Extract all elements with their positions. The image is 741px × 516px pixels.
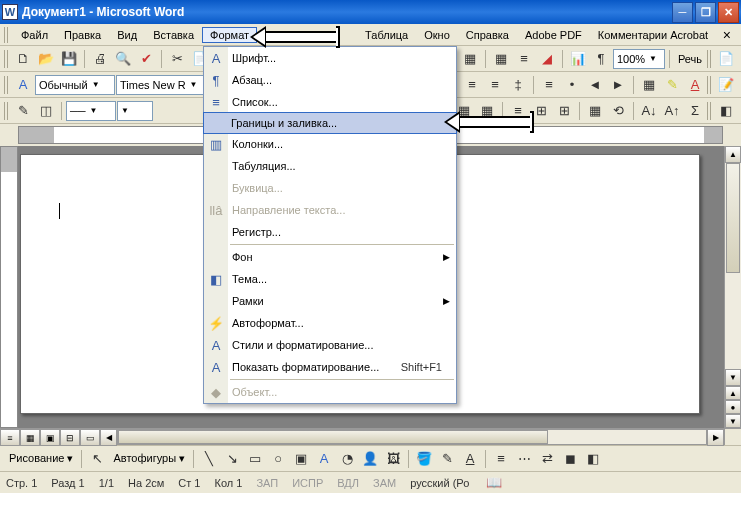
font-combo[interactable]: Times New R▼ <box>116 75 206 95</box>
status-ovr[interactable]: ЗАМ <box>373 477 396 489</box>
line-style-icon[interactable]: ≡ <box>490 448 512 470</box>
menu-item-frames[interactable]: Рамки ▶ <box>204 290 456 312</box>
toolbar-grip[interactable] <box>707 50 712 68</box>
menu-item-borders-shading[interactable]: Границы и заливка... <box>203 112 457 134</box>
menu-edit[interactable]: Правка <box>56 27 109 43</box>
pdf-comment-icon[interactable]: 📝 <box>715 74 737 96</box>
arrow-icon[interactable]: ↘ <box>221 448 243 470</box>
new-icon[interactable]: 🗋 <box>12 48 34 70</box>
toolbar-grip[interactable] <box>4 27 9 43</box>
print-view-button[interactable]: ▣ <box>40 429 60 446</box>
line-style-combo[interactable]: ──▼ <box>66 101 116 121</box>
align-right-icon[interactable]: ≡ <box>461 74 483 96</box>
decrease-indent-icon[interactable]: ◄ <box>584 74 606 96</box>
arrow-style-icon[interactable]: ⇄ <box>536 448 558 470</box>
menu-help[interactable]: Справка <box>458 27 517 43</box>
menu-item-bullets[interactable]: ≡ Список... <box>204 91 456 113</box>
3d-icon[interactable]: ◧ <box>582 448 604 470</box>
maximize-button[interactable]: ❐ <box>695 2 716 23</box>
sort-desc-icon[interactable]: A↑ <box>661 100 683 122</box>
menu-item-theme[interactable]: ◧ Тема... <box>204 268 456 290</box>
menu-item-background[interactable]: Фон ▶ <box>204 246 456 268</box>
reading-view-button[interactable]: ▭ <box>80 429 100 446</box>
menu-table[interactable]: Таблица <box>357 27 416 43</box>
menu-item-autoformat[interactable]: ⚡ Автоформат... <box>204 312 456 334</box>
scroll-right-button[interactable]: ▶ <box>707 429 724 446</box>
tables-borders-icon[interactable]: ▦ <box>459 48 481 70</box>
fill-color-icon[interactable]: 🪣 <box>413 448 435 470</box>
cut-icon[interactable]: ✂ <box>166 48 188 70</box>
callout-arrow-format[interactable] <box>250 26 340 48</box>
web-view-button[interactable]: ▦ <box>20 429 40 446</box>
menu-acrobat-comments[interactable]: Комментарии Acrobat <box>590 27 716 43</box>
wordart-icon[interactable]: A <box>313 448 335 470</box>
menu-window[interactable]: Окно <box>416 27 458 43</box>
hscroll-track[interactable] <box>117 429 707 445</box>
minimize-button[interactable]: ─ <box>672 2 693 23</box>
show-all-icon[interactable]: ¶ <box>590 48 612 70</box>
status-ext[interactable]: ВДЛ <box>337 477 359 489</box>
menu-view[interactable]: Вид <box>109 27 145 43</box>
toolbar-grip[interactable] <box>707 102 712 120</box>
menu-item-change-case[interactable]: Регистр... <box>204 221 456 243</box>
browse-object-button[interactable]: ● <box>725 400 741 414</box>
menu-item-reveal-formatting[interactable]: A Показать форматирование... Shift+F1 <box>204 356 456 378</box>
scroll-left-button[interactable]: ◀ <box>100 429 117 446</box>
style-combo[interactable]: Обычный▼ <box>35 75 115 95</box>
menu-item-styles[interactable]: A Стили и форматирование... <box>204 334 456 356</box>
extra-icon[interactable]: ◧ <box>715 100 737 122</box>
line-icon[interactable]: ╲ <box>198 448 220 470</box>
justify-icon[interactable]: ≡ <box>484 74 506 96</box>
toolbar-grip[interactable] <box>707 76 712 94</box>
borders-icon[interactable]: ▦ <box>638 74 660 96</box>
menu-file[interactable]: Файл <box>13 27 56 43</box>
drawing-menu[interactable]: Рисование ▾ <box>5 452 77 465</box>
doc-map-icon[interactable]: 📊 <box>567 48 589 70</box>
line-color-icon[interactable]: ✎ <box>436 448 458 470</box>
menu-item-font[interactable]: A Шрифт... <box>204 47 456 69</box>
print-icon[interactable]: 🖨 <box>89 48 111 70</box>
toolbar-grip[interactable] <box>4 76 9 94</box>
columns-icon[interactable]: ≡ <box>513 48 535 70</box>
table-autoformat-icon[interactable]: ▦ <box>584 100 606 122</box>
oval-icon[interactable]: ○ <box>267 448 289 470</box>
save-icon[interactable]: 💾 <box>58 48 80 70</box>
scroll-thumb[interactable] <box>726 163 740 273</box>
open-icon[interactable]: 📂 <box>35 48 57 70</box>
pdf-icon[interactable]: 📄 <box>715 48 737 70</box>
autosum-icon[interactable]: Σ <box>684 100 706 122</box>
menu-item-tabs[interactable]: Табуляция... <box>204 155 456 177</box>
menu-insert[interactable]: Вставка <box>145 27 202 43</box>
menu-item-paragraph[interactable]: ¶ Абзац... <box>204 69 456 91</box>
print-preview-icon[interactable]: 🔍 <box>112 48 134 70</box>
distribute-cols-icon[interactable]: ⊞ <box>553 100 575 122</box>
rectangle-icon[interactable]: ▭ <box>244 448 266 470</box>
next-page-button[interactable]: ▼ <box>725 414 741 428</box>
autoshapes-menu[interactable]: Автофигуры ▾ <box>109 452 189 465</box>
zoom-combo[interactable]: 100%▼ <box>613 49 665 69</box>
eraser-icon[interactable]: ◫ <box>35 100 57 122</box>
drawing-icon[interactable]: ◢ <box>536 48 558 70</box>
line-spacing-icon[interactable]: ‡ <box>507 74 529 96</box>
insert-table-icon[interactable]: ▦ <box>490 48 512 70</box>
clipart-icon[interactable]: 👤 <box>359 448 381 470</box>
font-color-icon[interactable]: A <box>684 74 706 96</box>
text-direction-icon[interactable]: ⟲ <box>607 100 629 122</box>
scroll-up-button[interactable]: ▲ <box>725 146 741 163</box>
prev-page-button[interactable]: ▲ <box>725 386 741 400</box>
vertical-scrollbar[interactable]: ▲ ▼ ▲ ● ▼ <box>724 146 741 428</box>
status-rec[interactable]: ЗАП <box>256 477 278 489</box>
status-trk[interactable]: ИСПР <box>292 477 323 489</box>
toolbar-grip[interactable] <box>4 50 9 68</box>
textbox-icon[interactable]: ▣ <box>290 448 312 470</box>
menu-item-columns[interactable]: ▥ Колонки... <box>204 133 456 155</box>
diagram-icon[interactable]: ◔ <box>336 448 358 470</box>
select-objects-icon[interactable]: ↖ <box>86 448 108 470</box>
speech-button[interactable]: Речь <box>674 53 706 65</box>
bullets-icon[interactable]: • <box>561 74 583 96</box>
spellcheck-icon[interactable]: ✔ <box>135 48 157 70</box>
vertical-ruler[interactable] <box>0 146 18 428</box>
styles-pane-icon[interactable]: A <box>12 74 34 96</box>
callout-arrow-borders[interactable] <box>444 111 534 133</box>
close-document-button[interactable]: × <box>717 27 737 43</box>
